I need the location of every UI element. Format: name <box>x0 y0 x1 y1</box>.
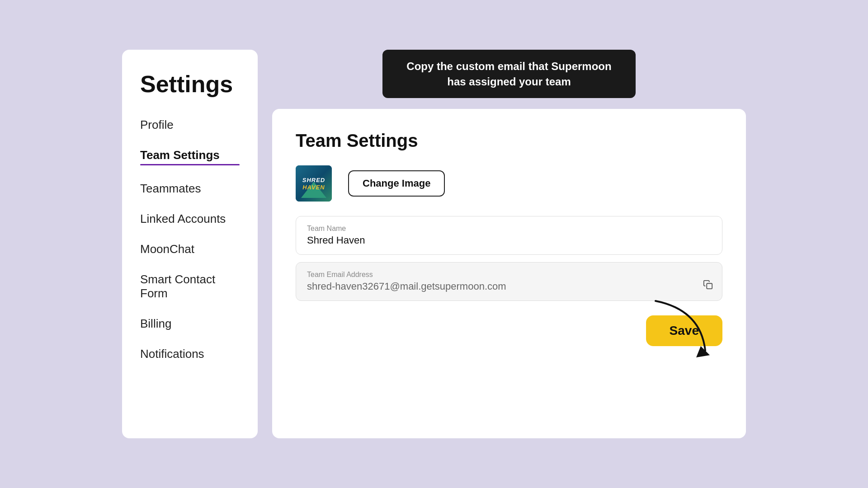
team-logo-area: SHRED HAVEN Change Image <box>296 165 722 202</box>
svg-marker-1 <box>696 346 710 357</box>
team-email-field: Team Email Address shred-haven32671@mail… <box>296 262 722 301</box>
main-area: Copy the custom email that Supermoon has… <box>272 50 746 438</box>
team-email-value: shred-haven32671@mail.getsupermoon.com <box>307 281 711 292</box>
change-image-button[interactable]: Change Image <box>348 170 445 197</box>
copy-email-button[interactable] <box>703 280 713 292</box>
save-button[interactable]: Save <box>646 315 722 346</box>
save-button-row: Save <box>296 315 722 346</box>
tooltip-banner: Copy the custom email that Supermoon has… <box>382 50 636 98</box>
svg-rect-0 <box>707 283 712 289</box>
sidebar-item-smart-contact-form[interactable]: Smart Contact Form <box>140 264 240 309</box>
field-group: Team Name Shred Haven Team Email Address… <box>296 216 722 301</box>
logo-haven-text: HAVEN <box>302 184 325 191</box>
team-email-label: Team Email Address <box>307 271 711 279</box>
logo-shred-text: SHRED <box>302 177 326 183</box>
team-logo: SHRED HAVEN <box>296 165 332 202</box>
sidebar: Settings Profile Team Settings Teammates… <box>122 50 258 438</box>
team-name-field[interactable]: Team Name Shred Haven <box>296 216 722 255</box>
team-name-label: Team Name <box>307 225 711 233</box>
sidebar-title: Settings <box>140 71 240 97</box>
sidebar-item-linked-accounts[interactable]: Linked Accounts <box>140 204 240 234</box>
sidebar-item-team-settings[interactable]: Team Settings <box>140 140 240 174</box>
sidebar-item-notifications[interactable]: Notifications <box>140 339 240 369</box>
sidebar-item-profile[interactable]: Profile <box>140 110 240 140</box>
team-name-value: Shred Haven <box>307 235 711 246</box>
content-card: Team Settings SHRED HAVEN Change Image T… <box>272 109 746 438</box>
sidebar-nav: Profile Team Settings Teammates Linked A… <box>140 110 240 369</box>
sidebar-item-teammates[interactable]: Teammates <box>140 174 240 204</box>
sidebar-item-moonchat[interactable]: MoonChat <box>140 234 240 264</box>
card-title: Team Settings <box>296 131 722 151</box>
sidebar-item-billing[interactable]: Billing <box>140 309 240 339</box>
